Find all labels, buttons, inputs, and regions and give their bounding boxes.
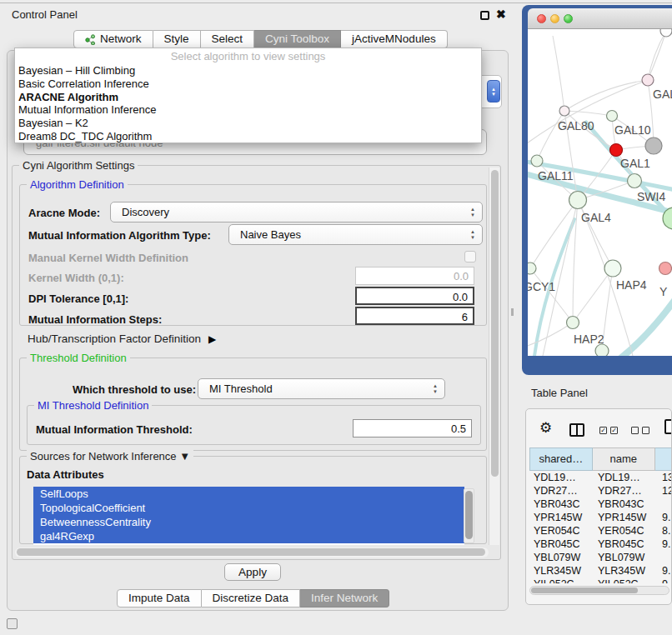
tab-jactivemnodules[interactable]: jActiveMNodules [341, 30, 448, 48]
network-node[interactable] [528, 262, 536, 274]
algorithm-definition-title: Algorithm Definition [27, 178, 128, 191]
attribute-list-scrollbar[interactable] [464, 488, 474, 543]
network-node-label: GAL11 [538, 169, 574, 182]
tab-network[interactable]: Network [73, 30, 153, 48]
algorithm-option[interactable]: Bayesian – Hill Climbing [15, 64, 481, 78]
settings-vertical-scrollbar[interactable] [489, 168, 499, 545]
scrollbar-thumb[interactable] [17, 548, 485, 556]
algorithm-option[interactable]: Dream8 DC_TDC Algorithm [15, 130, 481, 143]
algorithm-placeholder: Select algorithm to view settings [15, 48, 481, 64]
table-row[interactable]: YER054CYER054C8. [529, 524, 672, 538]
network-node[interactable] [569, 192, 587, 209]
attribute-item[interactable]: BetweennessCentrality [33, 515, 464, 529]
table-horizontal-scrollbar[interactable] [529, 586, 669, 595]
dpi-tolerance-label: DPI Tolerance [0,1]: [28, 292, 128, 305]
network-node-label: SWI4 [637, 190, 665, 203]
tab-select[interactable]: Select [201, 30, 255, 48]
table-row[interactable]: YBL079WYBL079W [529, 551, 672, 564]
apply-button[interactable]: Apply [224, 563, 281, 581]
columns-icon[interactable] [569, 423, 584, 437]
unchecked-box-icon [642, 427, 649, 434]
table-row[interactable]: YIL052CYIL052C9. [529, 578, 672, 583]
table-row[interactable]: YPR145WYPR145W9. [529, 511, 672, 524]
algorithm-definition-group: Algorithm Definition Aracne Mode: Discov… [19, 184, 487, 326]
select-all-checkboxes-icon[interactable]: ✓ ✓ [599, 427, 618, 434]
gear-icon[interactable]: ⚙ [539, 419, 552, 437]
algorithm-option-aracne[interactable]: ARACNE Algorithm [15, 91, 481, 104]
network-node[interactable] [628, 174, 642, 188]
network-node[interactable] [645, 138, 662, 154]
network-window-titlebar[interactable] [528, 8, 672, 29]
tab-infer-network[interactable]: Infer Network [300, 589, 389, 608]
table-row[interactable]: YBR043CYBR043C [529, 498, 672, 511]
network-node-label: HAP4 [616, 278, 647, 292]
tab-cyni-toolbox[interactable]: Cyni Toolbox [254, 30, 341, 48]
settings-group-title: Cyni Algorithm Settings [19, 159, 138, 172]
tab-discretize-data[interactable]: Discretize Data [202, 589, 301, 608]
table-row[interactable]: YLR345WYLR345W9. [529, 564, 672, 578]
attribute-item[interactable]: TopologicalCoefficient [33, 501, 464, 515]
aracne-mode-combobox[interactable]: Discovery ▲▼ [110, 202, 483, 222]
close-icon[interactable]: ✖ [496, 8, 506, 21]
algorithm-option[interactable]: Bayesian – K2 [15, 117, 481, 130]
mi-steps-input[interactable]: 6 [355, 307, 474, 325]
mi-threshold-input[interactable]: 0.5 [353, 419, 472, 438]
close-traffic-light[interactable] [537, 14, 546, 23]
table-row[interactable]: YBR045CYBR045C9. [529, 538, 672, 551]
tab-impute-data[interactable]: Impute Data [117, 589, 202, 608]
panel-grip-icon[interactable] [7, 618, 18, 629]
column-header-name[interactable]: name [593, 448, 656, 471]
algorithm-option[interactable]: Mutual Information Inference [15, 103, 481, 117]
minimize-traffic-light[interactable] [550, 14, 559, 23]
sources-group-title[interactable]: Sources for Network Inference ▼ [27, 450, 193, 462]
combobox-stepper-fragment[interactable]: ▲▼ [487, 80, 500, 102]
network-graph: GALGAL80GAL10GAL1GAL11SWI4GAL4GCY1HAP4YH… [528, 29, 672, 356]
mi-threshold-label: Mutual Information Threshold: [36, 423, 193, 436]
settings-horizontal-scrollbar[interactable] [15, 548, 489, 558]
attribute-item[interactable]: SelfLoops [33, 487, 464, 501]
network-node[interactable] [642, 74, 654, 86]
algorithm-option[interactable]: Basic Correlation Inference [15, 78, 481, 91]
attribute-item[interactable]: gal4RGexp [33, 529, 464, 543]
mi-type-combobox[interactable]: Naive Bayes ▲▼ [228, 224, 483, 245]
table-row[interactable]: YDL19…YDL19…13 [529, 471, 672, 484]
network-node[interactable] [567, 317, 579, 329]
combobox-arrows-icon: ▲▼ [470, 207, 475, 218]
which-threshold-combobox[interactable]: MI Threshold ▲▼ [198, 378, 445, 399]
data-attributes-label: Data Attributes [27, 468, 104, 481]
network-node-label: GAL [653, 88, 672, 101]
float-window-icon[interactable] [480, 11, 489, 20]
network-node[interactable] [610, 144, 623, 157]
kernel-width-input[interactable]: 0.0 [355, 267, 474, 285]
tab-label: Network [100, 31, 142, 48]
network-node[interactable] [660, 29, 672, 37]
scrollbar-thumb[interactable] [531, 588, 638, 593]
checked-box-icon: ✓ [599, 427, 607, 434]
hub-transcription-factor-toggle[interactable]: Hub/Transcription Factor Definition▶ [28, 332, 216, 345]
manual-kernel-checkbox[interactable] [464, 251, 476, 262]
network-node[interactable] [604, 260, 621, 277]
mi-type-label: Mutual Information Algorithm Type: [28, 229, 211, 242]
network-canvas[interactable]: GALGAL80GAL10GAL1GAL11SWI4GAL4GCY1HAP4YH… [528, 29, 672, 356]
dpi-tolerance-input[interactable]: 0.0 [355, 287, 474, 305]
network-node[interactable] [559, 106, 569, 116]
scrollbar-thumb[interactable] [491, 170, 499, 477]
cyni-bottom-tabs: Impute Data Discretize Data Infer Networ… [117, 589, 389, 608]
column-header-shared-name[interactable]: shared… [529, 448, 593, 471]
zoom-traffic-light[interactable] [564, 14, 573, 23]
network-node[interactable] [531, 155, 543, 167]
network-node[interactable] [607, 111, 618, 122]
column-header-partial[interactable] [655, 448, 672, 471]
network-node[interactable] [595, 344, 609, 356]
tab-style[interactable]: Style [153, 30, 201, 48]
split-divider-handle[interactable] [511, 308, 514, 316]
document-icon[interactable] [664, 419, 672, 434]
network-node[interactable] [659, 262, 672, 275]
table-row[interactable]: YDR27…YDR27…12 [529, 484, 672, 498]
combobox-arrows-icon: ▲▼ [433, 383, 438, 395]
network-node-label: GAL80 [558, 119, 594, 132]
threshold-definition-title: Threshold Definition [27, 352, 130, 364]
deselect-all-checkboxes-icon[interactable] [631, 427, 649, 434]
mi-threshold-definition-group: MI Threshold Definition Mutual Informati… [27, 405, 481, 445]
scrollbar-thumb[interactable] [465, 491, 473, 539]
